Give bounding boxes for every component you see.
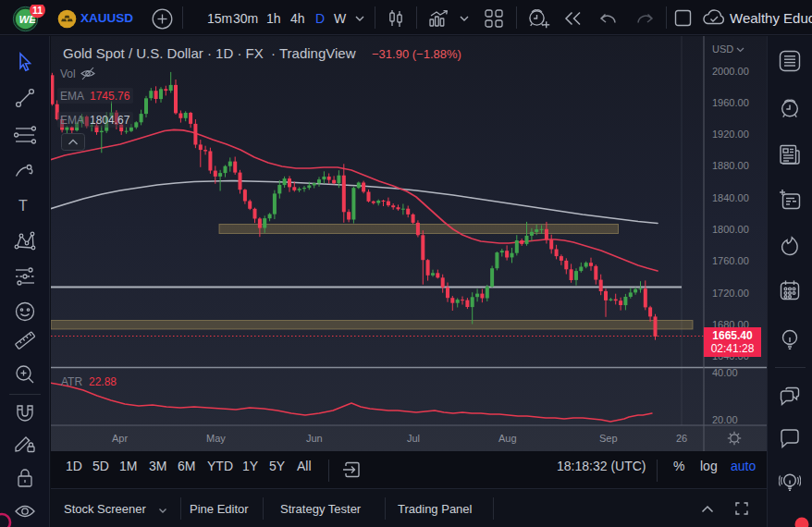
svg-text:1880.00: 1880.00: [712, 160, 749, 171]
svg-text:1800.00: 1800.00: [712, 224, 749, 235]
svg-text:20.00: 20.00: [712, 414, 738, 425]
svg-text:1840.00: 1840.00: [712, 192, 749, 203]
svg-text:1920.00: 1920.00: [712, 129, 749, 140]
svg-text:ATR: ATR: [61, 375, 82, 388]
svg-text:May: May: [206, 433, 226, 444]
svg-text:Sep: Sep: [599, 433, 618, 444]
svg-text:26: 26: [676, 433, 687, 444]
svg-text:Vol: Vol: [60, 67, 76, 80]
svg-text:02:41:28: 02:41:28: [711, 342, 755, 355]
svg-text:USD: USD: [712, 43, 733, 55]
svg-text:1665.40: 1665.40: [712, 329, 753, 342]
svg-text:1804.67: 1804.67: [90, 114, 130, 127]
svg-text:1760.00: 1760.00: [712, 255, 749, 266]
svg-text:Apr: Apr: [112, 433, 128, 444]
svg-text:Aug: Aug: [498, 433, 517, 444]
svg-text:EMA: EMA: [60, 90, 84, 103]
svg-text:Jul: Jul: [407, 433, 420, 444]
svg-text:2000.00: 2000.00: [712, 66, 749, 77]
svg-text:−31.90 (−1.88%): −31.90 (−1.88%): [372, 47, 461, 61]
svg-text:1720.00: 1720.00: [712, 288, 749, 299]
svg-text:11: 11: [32, 5, 43, 16]
svg-text:Jun: Jun: [306, 433, 323, 444]
svg-text:40.00: 40.00: [712, 367, 738, 378]
svg-text:Gold Spot / U.S. Dollar · 1D ·: Gold Spot / U.S. Dollar · 1D · FX · Trad…: [63, 45, 356, 61]
svg-text:22.88: 22.88: [89, 375, 117, 388]
svg-text:1745.76: 1745.76: [90, 90, 130, 103]
svg-text:1960.00: 1960.00: [712, 97, 749, 108]
svg-text:EMA: EMA: [60, 114, 84, 127]
